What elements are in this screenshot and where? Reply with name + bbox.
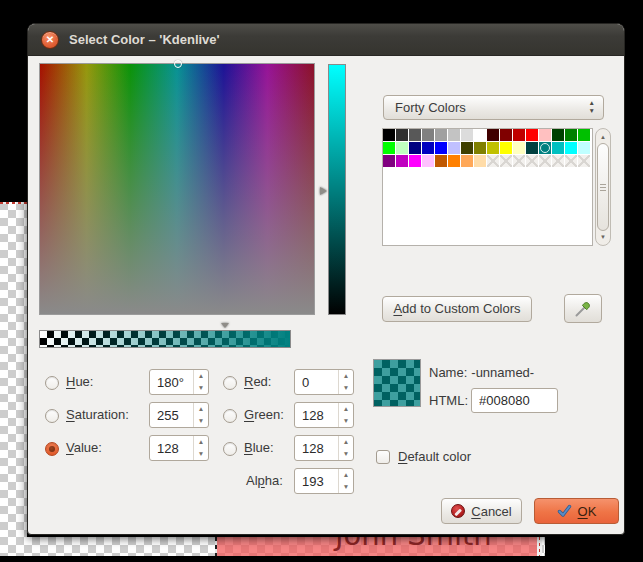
palette-swatch-000080[interactable] [409,142,421,154]
palette-swatch-800080[interactable] [383,155,395,167]
palette-swatch-00c0c0[interactable] [552,142,564,154]
spin-down-icon[interactable]: ▼ [343,385,349,392]
palette-swatch-808000[interactable] [474,142,486,154]
saturation-radio[interactable] [45,409,59,423]
palette-swatch-c0ffc0[interactable] [396,142,408,154]
close-button[interactable]: ✕ [41,31,59,49]
palette-swatch-empty[interactable] [565,155,577,167]
palette-swatch-ffa858[interactable] [461,155,473,167]
palette-swatch-400000[interactable] [487,129,499,141]
saturation-input[interactable] [150,403,193,427]
palette-swatch-c05800[interactable] [435,155,447,167]
palette-swatch-dcdcdc[interactable] [461,129,473,141]
hue-saturation-marker[interactable] [174,60,182,68]
palette-swatch-800000[interactable] [500,129,512,141]
palette-swatch-ffc0ff[interactable] [422,155,434,167]
cancel-button[interactable]: Cancel [441,498,522,524]
palette-swatch-ffdca8[interactable] [474,155,486,167]
palette-swatch-585858[interactable] [409,129,421,141]
palette-swatch-008080[interactable] [539,142,551,154]
titlebar[interactable]: ✕ Select Color – 'Kdenlive' [28,24,624,56]
palette-view[interactable] [382,128,593,246]
spin-up-icon[interactable]: ▲ [198,406,204,413]
green-spin-arrows[interactable]: ▲ ▼ [338,403,353,427]
spin-up-icon[interactable]: ▲ [198,373,204,380]
palette-swatch-0000ff[interactable] [435,142,447,154]
saturation-spinbox[interactable]: ▲ ▼ [149,402,209,428]
hue-spinbox[interactable]: ▲ ▼ [149,369,209,395]
palette-scrollbar[interactable]: ▲ ▼ [595,128,611,246]
alpha-slider-marker[interactable] [221,323,229,328]
value-slider-marker[interactable] [320,187,327,195]
red-radio[interactable] [223,376,237,390]
palette-swatch-empty[interactable] [539,155,551,167]
hue-radio[interactable] [45,376,59,390]
blue-spin-arrows[interactable]: ▲ ▼ [338,436,353,460]
palette-swatch-c000c0[interactable] [396,155,408,167]
pick-screen-color-button[interactable] [564,294,602,323]
red-spinbox[interactable]: ▲ ▼ [294,369,354,395]
blue-input[interactable] [295,436,338,460]
scroll-up-icon[interactable]: ▲ [596,134,610,140]
palette-swatch-c00000[interactable] [513,129,525,141]
palette-swatch-008000[interactable] [565,129,577,141]
palette-selector-dropdown[interactable]: Forty Colors ▲▼ [383,95,604,120]
palette-swatch-ffff00[interactable] [500,142,512,154]
spin-down-icon[interactable]: ▼ [198,385,204,392]
green-input[interactable] [295,403,338,427]
hue-saturation-square[interactable] [39,63,315,315]
spin-down-icon[interactable]: ▼ [198,451,204,458]
value-slider[interactable] [328,64,346,315]
palette-swatch-ffffc0[interactable] [513,142,525,154]
spin-up-icon[interactable]: ▲ [343,472,349,479]
palette-swatch-004000[interactable] [552,129,564,141]
palette-swatch-ffc0c0[interactable] [539,129,551,141]
hue-input[interactable] [150,370,193,394]
spin-up-icon[interactable]: ▲ [198,439,204,446]
add-to-custom-colors-button[interactable]: Add to Custom Colors [382,296,532,322]
palette-swatch-00ffff[interactable] [565,142,577,154]
palette-swatch-ffffff[interactable] [474,129,486,141]
palette-swatch-empty[interactable] [500,155,512,167]
palette-swatch-empty[interactable] [578,155,590,167]
blue-radio[interactable] [223,442,237,456]
palette-swatch-ff0000[interactable] [526,129,538,141]
palette-swatch-000000[interactable] [383,129,395,141]
palette-swatch-00c000[interactable] [578,129,590,141]
blue-spinbox[interactable]: ▲ ▼ [294,435,354,461]
scrollbar-thumb[interactable] [597,143,609,231]
palette-swatch-c0ffff[interactable] [578,142,590,154]
html-color-input[interactable] [471,388,558,413]
palette-swatch-808080[interactable] [422,129,434,141]
default-color-checkbox[interactable] [376,450,390,464]
palette-swatch-ff00ff[interactable] [409,155,421,167]
ok-button[interactable]: OK [534,498,619,524]
scroll-down-icon[interactable]: ▼ [596,234,610,240]
spin-up-icon[interactable]: ▲ [343,439,349,446]
palette-swatch-empty[interactable] [526,155,538,167]
palette-swatch-404000[interactable] [461,142,473,154]
spin-up-icon[interactable]: ▲ [343,406,349,413]
red-spin-arrows[interactable]: ▲ ▼ [338,370,353,394]
palette-swatch-00ff00[interactable] [383,142,395,154]
palette-swatch-ff8000[interactable] [448,155,460,167]
spin-down-icon[interactable]: ▼ [343,418,349,425]
alpha-input[interactable] [295,469,338,493]
alpha-slider[interactable] [39,330,291,348]
palette-swatch-empty[interactable] [552,155,564,167]
value-spinbox[interactable]: ▲ ▼ [149,435,209,461]
palette-swatch-303030[interactable] [396,129,408,141]
palette-swatch-0000c0[interactable] [422,142,434,154]
green-spinbox[interactable]: ▲ ▼ [294,402,354,428]
value-radio[interactable] [45,442,59,456]
green-radio[interactable] [223,409,237,423]
spin-up-icon[interactable]: ▲ [343,373,349,380]
value-spin-arrows[interactable]: ▲ ▼ [193,436,208,460]
palette-swatch-c0c0ff[interactable] [448,142,460,154]
alpha-spinbox[interactable]: ▲ ▼ [294,468,354,494]
alpha-spin-arrows[interactable]: ▲ ▼ [338,469,353,493]
value-input[interactable] [150,436,193,460]
saturation-spin-arrows[interactable]: ▲ ▼ [193,403,208,427]
spin-down-icon[interactable]: ▼ [343,451,349,458]
red-input[interactable] [295,370,338,394]
